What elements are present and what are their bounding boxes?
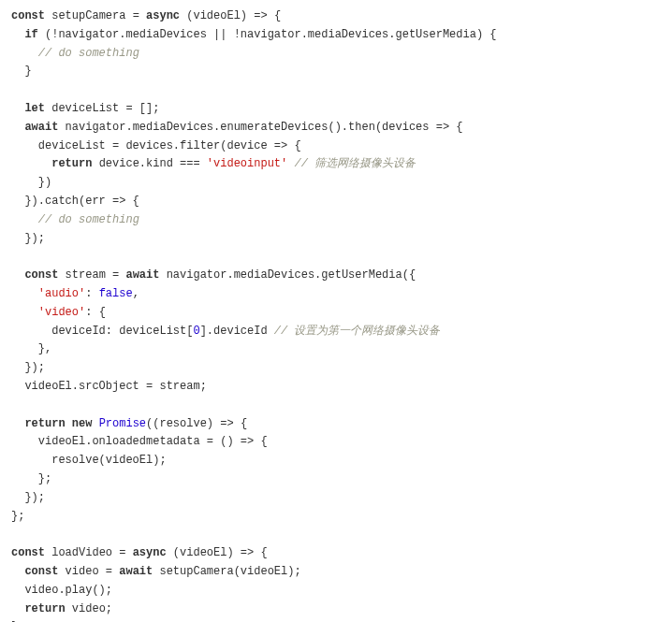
code-line: return video; [11, 600, 661, 619]
code-segment: videoEl.onloadedmetadata = () => { [11, 435, 268, 448]
code-segment: loadVideo = [45, 546, 133, 559]
code-line: }); [11, 489, 661, 508]
code-line: } [11, 63, 661, 81]
code-segment: if [24, 28, 37, 41]
code-segment: return [24, 602, 65, 615]
code-segment: }) [11, 176, 51, 189]
code-segment: await [119, 565, 153, 578]
code-segment: device.kind === [92, 157, 206, 170]
code-segment: }, [11, 342, 51, 355]
code-segment: deviceList = []; [45, 102, 159, 115]
code-segment: video.play(); [11, 584, 112, 597]
code-line: videoEl.onloadedmetadata = () => { [11, 433, 661, 452]
code-line: deviceId: deviceList[0].deviceId // 设置为第… [11, 323, 661, 341]
code-line: const video = await setupCamera(videoEl)… [11, 563, 661, 582]
code-segment [11, 306, 38, 319]
code-line [11, 248, 661, 267]
code-segment [66, 417, 72, 430]
code-segment: (!navigator.mediaDevices || !navigator.m… [38, 28, 497, 41]
code-segment: deviceList = devices.filter(device => { [11, 139, 301, 152]
code-segment: deviceId: deviceList[ [11, 325, 193, 338]
code-segment: }; [11, 472, 51, 485]
code-segment [11, 287, 38, 300]
code-line: }; [11, 618, 661, 622]
code-segment [11, 213, 38, 226]
code-segment: ((resolve) => { [146, 417, 247, 430]
code-line [11, 526, 661, 544]
code-segment: 'video' [38, 306, 85, 319]
code-segment: }); [11, 491, 45, 504]
code-segment: }); [11, 361, 45, 374]
code-segment: const [11, 9, 45, 22]
code-line: 'video': { [11, 304, 661, 323]
code-line: const loadVideo = async (videoEl) => { [11, 544, 661, 563]
code-segment [11, 602, 24, 615]
code-segment: : [85, 287, 98, 300]
code-segment: video = [58, 565, 119, 578]
code-segment: resolve(videoEl); [11, 454, 167, 467]
code-segment: setupCamera = [45, 9, 146, 22]
code-segment [11, 268, 24, 282]
code-segment: const [11, 546, 45, 559]
code-segment: 'audio' [38, 287, 85, 300]
code-block: const setupCamera = async (videoEl) => {… [11, 7, 661, 622]
code-segment: // 设置为第一个网络摄像头设备 [274, 325, 441, 338]
code-segment: await [24, 121, 58, 134]
code-segment: // 筛选网络摄像头设备 [294, 157, 416, 170]
code-segment: async [133, 546, 167, 559]
code-segment: async [146, 9, 180, 22]
code-line: }, [11, 340, 661, 359]
code-segment [11, 102, 24, 115]
code-segment [11, 565, 24, 578]
code-segment: return [51, 157, 92, 170]
code-line: await navigator.mediaDevices.enumerateDe… [11, 119, 661, 137]
code-segment: , [133, 287, 139, 300]
code-line: const stream = await navigator.mediaDevi… [11, 267, 661, 285]
code-segment: }); [11, 232, 45, 245]
code-segment: 'videoinput' [207, 157, 287, 170]
code-line: deviceList = devices.filter(device => { [11, 137, 661, 156]
code-line: return new Promise((resolve) => { [11, 415, 661, 434]
code-segment: 0 [193, 325, 199, 338]
code-segment: }; [11, 510, 24, 523]
code-segment [92, 417, 98, 430]
code-line [11, 81, 661, 100]
code-line: let deviceList = []; [11, 100, 661, 119]
code-line: }; [11, 470, 661, 489]
code-segment: stream = [58, 268, 125, 282]
code-line: }); [11, 230, 661, 249]
code-segment [11, 47, 38, 60]
code-segment: video; [66, 602, 112, 615]
code-line: return device.kind === 'videoinput' // 筛… [11, 155, 661, 174]
code-line: resolve(videoEl); [11, 452, 661, 470]
code-line: // do something [11, 45, 661, 64]
code-line: const setupCamera = async (videoEl) => { [11, 7, 661, 26]
code-line: }; [11, 508, 661, 527]
code-segment: (videoEl) => { [167, 546, 268, 559]
code-segment [11, 417, 24, 430]
code-line: }) [11, 174, 661, 193]
code-segment: new [72, 417, 93, 430]
code-line: }).catch(err => { [11, 193, 661, 211]
code-segment: return [24, 417, 65, 430]
code-line: videoEl.srcObject = stream; [11, 378, 661, 397]
code-segment: // do something [38, 213, 139, 226]
code-segment: ].deviceId [200, 325, 274, 338]
code-line: video.play(); [11, 582, 661, 600]
code-segment: let [24, 102, 45, 115]
code-segment: : { [85, 306, 106, 319]
code-segment: navigator.mediaDevices.enumerateDevices(… [58, 121, 462, 134]
code-segment: const [24, 268, 58, 282]
code-line: if (!navigator.mediaDevices || !navigato… [11, 26, 661, 45]
code-segment: const [24, 565, 58, 578]
code-segment: await [125, 268, 159, 282]
code-segment [11, 157, 51, 170]
code-line [11, 397, 661, 415]
code-segment: false [99, 287, 133, 300]
code-segment: videoEl.srcObject = stream; [11, 380, 207, 393]
code-line: 'audio': false, [11, 285, 661, 304]
code-line: // do something [11, 211, 661, 230]
code-line: }); [11, 359, 661, 378]
code-segment: Promise [99, 417, 146, 430]
code-segment: }).catch(err => { [11, 195, 139, 208]
